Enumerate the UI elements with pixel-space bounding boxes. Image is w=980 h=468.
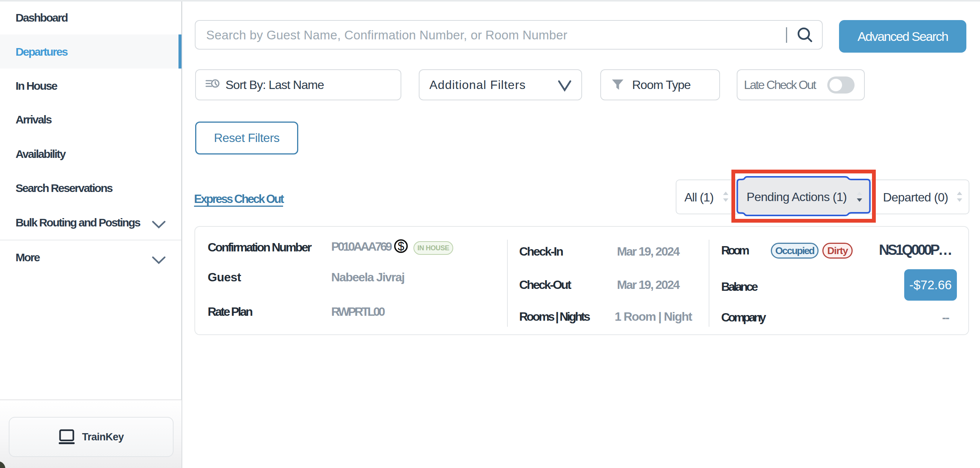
svg-text:$: $ xyxy=(398,240,404,253)
